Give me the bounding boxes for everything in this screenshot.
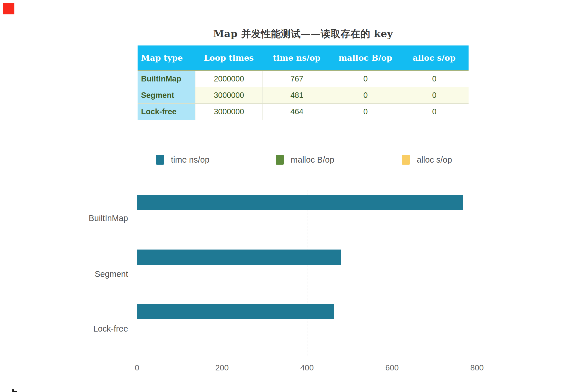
table-cell: 2000000: [195, 71, 262, 87]
x-axis-tick-label: 800: [470, 363, 484, 372]
x-axis-tick-label: 400: [300, 363, 314, 372]
category-label-segment: Segment: [0, 269, 128, 279]
row-label: Segment: [138, 87, 195, 103]
bar-segment-time-ns-op: [137, 250, 341, 265]
table-header-row: Map type Loop times time ns/op malloc B/…: [138, 45, 469, 71]
category-label-builtinmap: BuiltInMap: [0, 213, 128, 223]
table-cell: 0: [331, 87, 400, 103]
bar-builtinmap-time-ns-op: [137, 195, 463, 210]
table-cell: 767: [262, 71, 331, 87]
legend-item-alloc: alloc s/op: [402, 155, 452, 165]
red-square-marker: [3, 3, 14, 14]
legend-label: alloc s/op: [417, 155, 452, 165]
table-row: BuiltInMap 2000000 767 0 0: [138, 71, 469, 87]
bar-lock-free-time-ns-op: [137, 304, 334, 319]
table-cell: 3000000: [195, 104, 262, 120]
legend-label: time ns/op: [171, 155, 210, 165]
pen-stroke-mark: [11, 387, 18, 392]
table-row: Segment 3000000 481 0 0: [138, 87, 469, 104]
table-cell: 0: [400, 71, 469, 87]
column-header-loop-times: Loop times: [195, 45, 262, 70]
benchmark-table: Map type Loop times time ns/op malloc B/…: [138, 45, 469, 120]
category-label-lockfree: Lock-free: [0, 324, 128, 334]
page-title: Map 并发性能测试——读取存在的 key: [138, 28, 469, 40]
row-label: BuiltInMap: [138, 71, 195, 87]
table-cell: 0: [331, 71, 400, 87]
table-cell: 0: [331, 104, 400, 120]
table-row: Lock-free 3000000 464 0 0: [138, 104, 469, 120]
legend-swatch-teal: [156, 155, 164, 165]
legend-item-time: time ns/op: [156, 155, 210, 165]
column-header-alloc-s-op: alloc s/op: [400, 45, 469, 70]
x-axis-tick-label: 600: [385, 363, 399, 372]
legend-label: malloc B/op: [291, 155, 334, 165]
x-axis-tick-label: 200: [215, 363, 229, 372]
column-header-map-type: Map type: [138, 45, 195, 70]
legend-item-malloc: malloc B/op: [276, 155, 334, 165]
table-cell: 464: [262, 104, 331, 120]
column-header-time-ns-op: time ns/op: [262, 45, 331, 70]
column-header-malloc-b-op: malloc B/op: [331, 45, 400, 70]
table-cell: 3000000: [195, 87, 262, 103]
legend-swatch-yellow: [402, 155, 410, 165]
table-cell: 0: [400, 87, 469, 103]
row-label: Lock-free: [138, 104, 195, 120]
gridline: [392, 190, 392, 356]
table-cell: 481: [262, 87, 331, 103]
report-page: Map 并发性能测试——读取存在的 key Map type Loop time…: [0, 0, 588, 392]
table-cell: 0: [400, 104, 469, 120]
legend-swatch-green: [276, 155, 284, 165]
x-axis-tick-label: 0: [135, 363, 139, 372]
gridline: [222, 190, 222, 356]
gridline: [307, 190, 307, 356]
